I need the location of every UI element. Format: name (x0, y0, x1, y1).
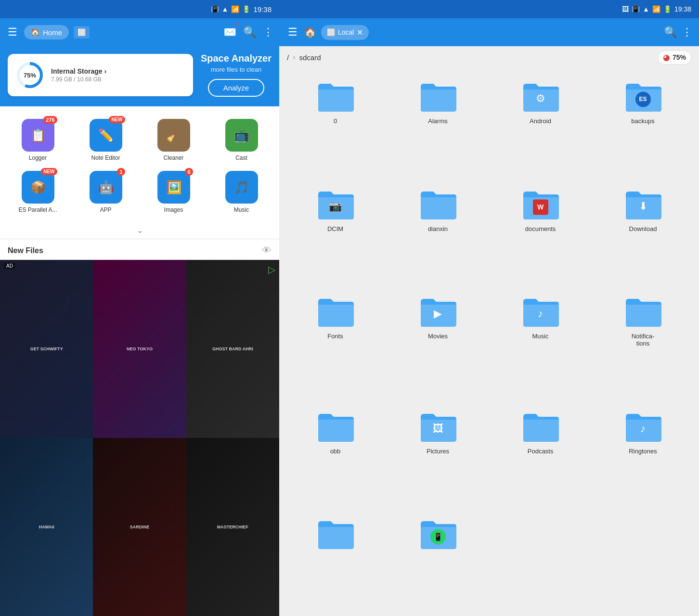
new-files-title: New Files (8, 246, 43, 255)
pie-chart-icon: ◕ (663, 53, 670, 62)
folder-android[interactable]: ⚙ Android (490, 74, 591, 180)
folder-music-label: Music (532, 333, 549, 340)
left-time: 19:38 (253, 5, 272, 13)
folder-extra-1[interactable] (285, 512, 386, 610)
folder-download-label: Download (629, 225, 657, 232)
vibrate-icon: 📳 (211, 5, 219, 13)
es-parallel-label: ES Parallel A... (18, 206, 57, 213)
folder-pictures[interactable]: 🖼 Pictures (388, 404, 488, 510)
folder-alarms[interactable]: Alarms (388, 74, 488, 180)
music-label: Music (234, 206, 249, 213)
folder-documents[interactable]: W documents (490, 182, 591, 288)
folder-backups-label: backups (631, 117, 654, 125)
left-top-bar: ☰ 🏠 Home ⬜ ✉️ 🔍 ⋮ (0, 18, 279, 46)
logger-label: Logger (29, 154, 47, 161)
ad-cell-0: GET SCHWIFTY (0, 260, 93, 438)
ad-cell-3: HAWAII (0, 438, 93, 616)
dcim-overlay-icon: 📷 (329, 200, 342, 213)
storage-usage-badge[interactable]: ◕ 75% (658, 51, 691, 64)
right-time: 19:38 (674, 5, 691, 13)
local-tab-close[interactable]: ✕ (357, 28, 363, 37)
es-parallel-badge: NEW (41, 168, 57, 175)
folder-ringtones-label: Ringtones (629, 448, 657, 455)
download-overlay-icon: ⬇ (639, 200, 647, 213)
folder-notifications[interactable]: Notifica-tions (593, 289, 693, 402)
right-home-icon[interactable]: 🏠 (304, 26, 316, 38)
analyzer-sub: more files to clean (201, 66, 272, 73)
storage-info: Internal Storage › 7.99 GB / 10.68 GB (51, 67, 185, 83)
breadcrumb-separator: › (293, 53, 295, 62)
ad-play-icon[interactable]: ▷ (268, 264, 275, 275)
file-grid: 0 Alarms ⚙ Android (279, 68, 699, 616)
breadcrumb-sdcard[interactable]: sdcard (299, 53, 321, 62)
ad-image-grid: GET SCHWIFTY NEO TOKYO GHOST BARD AHRI H… (0, 260, 279, 616)
folder-dcim[interactable]: 📷 DCIM (285, 182, 386, 288)
analyzer-title: Space Analyzer (201, 53, 272, 64)
folder-dianxin[interactable]: dianxin (388, 182, 488, 288)
ringtones-overlay-icon: ♪ (640, 423, 646, 435)
app-item-app[interactable]: 🤖 1 APP (72, 166, 140, 218)
right-more-button[interactable]: ⋮ (682, 26, 692, 38)
more-button[interactable]: ⋮ (263, 26, 273, 38)
app-item-note-editor[interactable]: ✏️ NEW Note Editor (72, 114, 140, 166)
mail-icon[interactable]: ✉️ (223, 26, 236, 38)
folder-ringtones[interactable]: ♪ Ringtones (593, 404, 693, 510)
right-status-bar: 🖼 📳 ▲ 📶 🔋 19:38 (279, 0, 699, 18)
cleaner-label: Cleaner (163, 154, 183, 161)
app-item-music[interactable]: 🎵 Music (207, 166, 275, 218)
wifi-icon: ▲ (222, 5, 229, 13)
folder-podcasts-label: Podcasts (528, 448, 553, 455)
home-label: Home (43, 28, 62, 37)
chevron-right-icon: › (104, 67, 107, 75)
mail-badge (235, 24, 239, 25)
storage-usage-percent: 75% (673, 53, 686, 61)
folder-fonts-label: Fonts (327, 333, 343, 340)
right-photo-icon: 🖼 (622, 5, 629, 13)
app-item-cleaner[interactable]: 🧹 Cleaner (140, 114, 207, 166)
folder-podcasts[interactable]: Podcasts (490, 404, 591, 510)
home-button[interactable]: 🏠 Home (24, 25, 69, 39)
signal-icon: 📶 (231, 5, 239, 13)
right-menu-button[interactable]: ☰ (286, 24, 299, 40)
folder-0[interactable]: 0 (285, 74, 386, 180)
folder-download[interactable]: ⬇ Download (593, 182, 693, 288)
ad-cell-1: NEO TOKYO (93, 260, 186, 438)
storage-card[interactable]: 75% Internal Storage › 7.99 GB / 10.68 G… (8, 54, 193, 96)
movies-overlay-icon: ▶ (434, 308, 442, 320)
breadcrumb-root[interactable]: / (287, 53, 289, 62)
expand-apps-button[interactable]: ⌄ (0, 222, 279, 239)
folder-dcim-label: DCIM (327, 225, 343, 232)
logger-icon: 📋 (22, 119, 54, 152)
left-panel: 📳 ▲ 📶 🔋 19:38 ☰ 🏠 Home ⬜ ✉️ 🔍 ⋮ (0, 0, 279, 616)
folder-notifications-label: Notifica-tions (632, 333, 655, 347)
app-badge: 1 (117, 168, 125, 176)
eye-icon[interactable]: 👁 (262, 245, 272, 256)
folder-movies[interactable]: ▶ Movies (388, 289, 488, 402)
search-button[interactable]: 🔍 (243, 26, 256, 38)
app-item-images[interactable]: 🖼️ 6 Images (140, 166, 207, 218)
app-item-logger[interactable]: 📋 276 Logger (4, 114, 72, 166)
mail-icon-wrap: ✉️ (223, 26, 236, 38)
local-tab-icon: ⬜ (327, 28, 335, 36)
storage-title: Internal Storage › (51, 67, 185, 75)
pictures-overlay-icon: 🖼 (433, 423, 443, 435)
folder-whatsapp[interactable]: 📱 (388, 512, 488, 610)
local-tab: ⬜ Local ✕ (321, 25, 369, 40)
left-menu-button[interactable]: ☰ (6, 24, 19, 40)
ad-cell-5: MASTERCHIEF (186, 438, 279, 616)
note-editor-badge: NEW (109, 116, 125, 123)
es-parallel-icon: 📦 (22, 171, 54, 204)
folder-obb-label: obb (330, 448, 341, 455)
right-battery-icon: 🔋 (663, 5, 672, 13)
folder-obb[interactable]: obb (285, 404, 386, 510)
new-files-header: New Files 👁 (0, 239, 279, 260)
images-label: Images (164, 206, 183, 213)
folder-backups[interactable]: ES backups (593, 74, 693, 180)
folder-fonts[interactable]: Fonts (285, 289, 386, 402)
right-search-button[interactable]: 🔍 (664, 26, 677, 38)
app-item-cast[interactable]: 📺 Cast (207, 114, 275, 166)
app-item-es-parallel[interactable]: 📦 NEW ES Parallel A... (4, 166, 72, 218)
folder-music[interactable]: ♪ Music (490, 289, 591, 402)
analyze-button[interactable]: Analyze (208, 79, 264, 97)
tab-switcher-button[interactable]: ⬜ (74, 26, 90, 38)
